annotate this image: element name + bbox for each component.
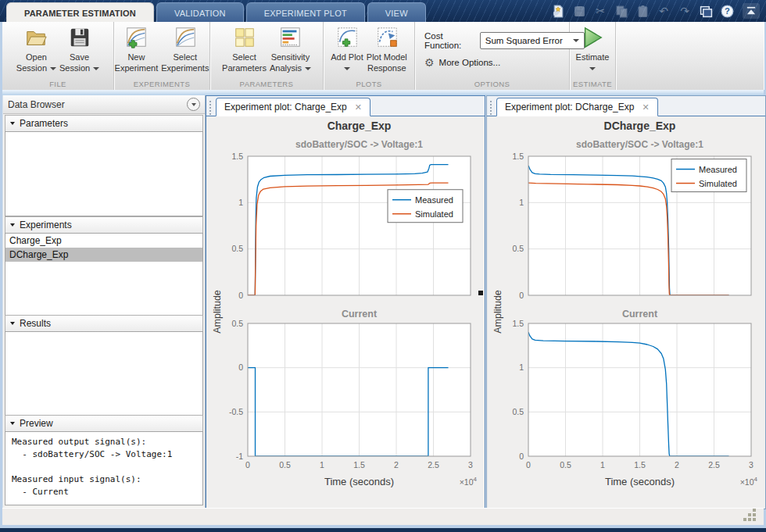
new-experiment-button[interactable]: NewExperiment xyxy=(115,23,159,77)
figure-area: 00.511.5DCharge_ExpsdoBattery/SOC -> Vol… xyxy=(487,116,765,509)
svg-text:2.5: 2.5 xyxy=(708,460,720,470)
cut-icon[interactable]: ✂ xyxy=(592,3,608,19)
toolstrip-tab-parameter-estimation[interactable]: PARAMETER ESTIMATION xyxy=(6,2,154,22)
parameters-list[interactable] xyxy=(5,131,203,216)
resize-grip-icon[interactable] xyxy=(753,518,756,521)
svg-text:1.5: 1.5 xyxy=(634,460,646,470)
section-label: ESTIMATE xyxy=(570,80,615,88)
main-area: Data Browser Parameters Experiments Char… xyxy=(2,95,764,508)
plot-tab-charge[interactable]: Experiment plot: Charge_Exp ✕ xyxy=(216,98,370,116)
copy-icon[interactable] xyxy=(614,3,629,19)
help-icon[interactable]: ? xyxy=(719,3,735,19)
collapse-triangle-icon xyxy=(10,422,15,425)
button-label: Session xyxy=(59,63,90,73)
app-window: PARAMETER ESTIMATIONVALIDATIONEXPERIMENT… xyxy=(0,0,766,532)
ribbon-section-parameters: SelectParameters SensitivityAnalysis PAR… xyxy=(210,22,324,90)
figure-area: 00.511.5Charge_ExpsdoBattery/SOC -> Volt… xyxy=(206,116,485,509)
collapse-triangle-icon xyxy=(10,223,15,227)
quick-access-toolbar: ✂ ↶ ↷ ? xyxy=(550,3,735,19)
svg-text:-0.5: -0.5 xyxy=(229,407,243,416)
y-axis-label: Amplitude xyxy=(212,265,223,359)
list-item[interactable]: Charge_Exp xyxy=(5,234,202,248)
select-experiments-button[interactable]: SelectExperiments xyxy=(161,23,209,77)
window-layout-icon[interactable] xyxy=(698,3,714,19)
open-folder-icon xyxy=(24,26,48,49)
experiments-list[interactable]: Charge_ExpDCharge_Exp xyxy=(5,233,203,316)
svg-text:1.5: 1.5 xyxy=(512,319,524,328)
toolstrip-tabs: PARAMETER ESTIMATIONVALIDATIONEXPERIMENT… xyxy=(6,2,426,22)
close-icon[interactable]: ✕ xyxy=(642,103,649,112)
paste-icon[interactable] xyxy=(635,3,650,19)
save-icon[interactable] xyxy=(571,3,587,19)
chart-dcharge-voltage: 00.511.5DCharge_ExpsdoBattery/SOC -> Vol… xyxy=(491,116,761,305)
button-label: Add Plot xyxy=(331,52,363,62)
undo-icon[interactable]: ↶ xyxy=(656,3,671,19)
data-browser-panel: Data Browser Parameters Experiments Char… xyxy=(3,95,206,508)
dropdown-caret-icon xyxy=(589,67,596,70)
select-parameters-button[interactable]: SelectParameters xyxy=(222,23,267,77)
close-icon[interactable]: ✕ xyxy=(355,103,362,112)
drag-handle-icon[interactable] xyxy=(209,100,213,115)
svg-text:0.5: 0.5 xyxy=(231,244,243,253)
data-browser-header: Data Browser xyxy=(3,95,205,114)
button-label: Select xyxy=(174,52,198,62)
section-label: FILE xyxy=(2,80,113,88)
save-session-button[interactable]: SaveSession xyxy=(59,23,99,77)
drag-handle-icon[interactable] xyxy=(489,100,493,115)
more-options-button[interactable]: ⚙ More Options... xyxy=(424,57,500,68)
data-browser-menu-icon[interactable] xyxy=(187,98,200,111)
plot-tabbar: Experiment plot: DCharge_Exp ✕ xyxy=(487,96,765,116)
new-script-icon[interactable] xyxy=(550,3,566,19)
plot-model-response-icon xyxy=(375,26,399,49)
results-list[interactable] xyxy=(5,331,203,416)
collapse-triangle-icon xyxy=(10,322,15,325)
parameters-section-header[interactable]: Parameters xyxy=(5,115,203,132)
button-label: Select xyxy=(232,52,256,62)
collapse-ribbon-icon[interactable] xyxy=(743,3,760,19)
collapse-triangle-icon xyxy=(10,122,15,125)
open-session-button[interactable]: OpenSession xyxy=(16,23,56,77)
dropdown-caret-icon xyxy=(50,67,56,70)
svg-text:3: 3 xyxy=(468,460,473,470)
ribbon: OpenSession SaveSession FILE NewExperime… xyxy=(2,22,764,90)
svg-text:0: 0 xyxy=(238,362,243,372)
svg-text:?: ? xyxy=(725,6,730,16)
plot-panel-charge: Experiment plot: Charge_Exp ✕ 00.511.5Ch… xyxy=(206,95,485,509)
experiments-section-label: Experiments xyxy=(20,220,72,230)
sensitivity-analysis-icon xyxy=(278,26,302,49)
chart-subtitle: sdoBattery/SOC -> Voltage:1 xyxy=(295,139,423,150)
button-label: Sensitivity xyxy=(271,52,310,62)
results-section-header[interactable]: Results xyxy=(5,315,203,332)
sensitivity-analysis-button[interactable]: SensitivityAnalysis xyxy=(270,23,311,77)
add-plot-button[interactable]: Add Plot xyxy=(331,23,363,77)
chart-title: DCharge_Exp xyxy=(604,120,676,132)
section-label: PARAMETERS xyxy=(210,80,323,88)
experiments-section-header[interactable]: Experiments xyxy=(5,216,203,234)
plot-model-response-button[interactable]: Plot ModelResponse xyxy=(367,23,407,77)
toolstrip-tab-validation[interactable]: VALIDATION xyxy=(156,2,244,22)
splitter-handle[interactable] xyxy=(478,291,483,295)
toolstrip-tab-experiment-plot[interactable]: EXPERIMENT PLOT xyxy=(246,2,365,22)
ribbon-section-estimate: Estimate ESTIMATE xyxy=(570,22,616,90)
list-item[interactable]: DCharge_Exp xyxy=(5,248,202,262)
chart-title: Current xyxy=(622,309,658,320)
toolstrip-tab-view[interactable]: VIEW xyxy=(367,2,426,22)
preview-section-header[interactable]: Preview xyxy=(5,415,203,432)
button-label: Plot Model xyxy=(367,52,407,62)
preview-box: Measured output signal(s): - sdoBattery/… xyxy=(5,431,203,505)
button-label: Save xyxy=(70,52,89,62)
redo-icon[interactable]: ↷ xyxy=(677,3,693,19)
estimate-button[interactable]: Estimate xyxy=(576,23,610,77)
y-axis-label: Amplitude xyxy=(492,265,503,359)
plot-panel-dcharge: Experiment plot: DCharge_Exp ✕ 00.511.5D… xyxy=(486,95,766,509)
svg-text:2: 2 xyxy=(394,460,399,470)
section-label: OPTIONS xyxy=(415,80,569,88)
section-label: EXPERIMENTS xyxy=(114,80,209,88)
chart-dcharge-current: 00.511.500.511.522.53Time (seconds)×104C… xyxy=(491,305,761,508)
ribbon-section-file: OpenSession SaveSession FILE xyxy=(2,22,114,90)
more-options-label: More Options... xyxy=(439,58,501,67)
dropdown-caret-icon xyxy=(93,67,99,70)
plot-tab-dcharge[interactable]: Experiment plot: DCharge_Exp ✕ xyxy=(496,98,658,116)
preview-text: Measured output signal(s): - sdoBattery/… xyxy=(12,436,196,498)
preview-section-label: Preview xyxy=(20,418,53,429)
